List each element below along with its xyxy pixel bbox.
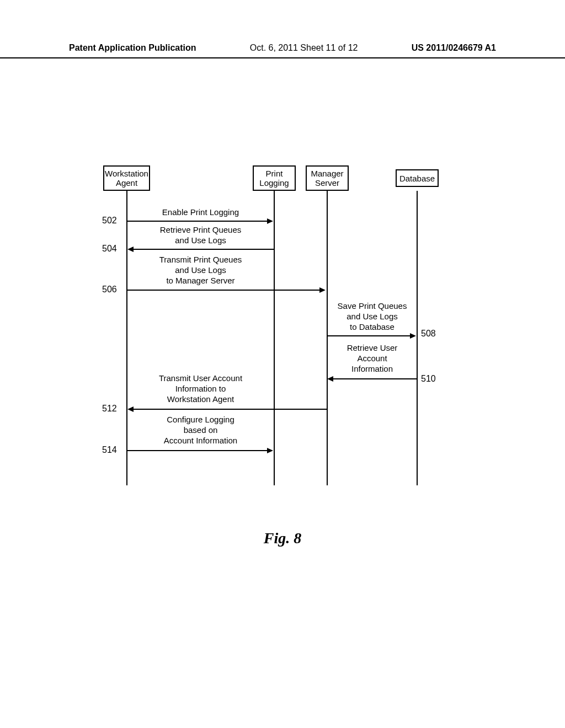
sequence-diagram: WorkstationAgent PrintLogging ManagerSer… [102, 165, 461, 485]
lifeline-label: ManagerServer [311, 169, 343, 188]
header-right: US 2011/0246679 A1 [412, 43, 496, 55]
lifeline-line [417, 191, 418, 485]
lifeline-manager-server: ManagerServer [306, 165, 349, 191]
lifeline-line [274, 191, 275, 485]
arrow-510 [333, 378, 417, 379]
lifeline-workstation-agent: WorkstationAgent [103, 165, 150, 191]
msg-512: Transmit User AccountInformation toWorks… [127, 373, 274, 404]
header-left: Patent Application Publication [69, 43, 196, 55]
arrow-head-icon [267, 448, 273, 453]
arrow-508 [327, 335, 411, 336]
step-502: 502 [102, 216, 117, 226]
msg-514: Configure Loggingbased onAccount Informa… [127, 415, 274, 446]
step-514: 514 [102, 445, 117, 455]
arrow-head-icon [319, 287, 326, 293]
msg-504: Retrieve Print Queuesand Use Logs [127, 225, 274, 246]
header-center: Oct. 6, 2011 Sheet 11 of 12 [250, 43, 358, 55]
figure-caption: Fig. 8 [0, 529, 565, 547]
arrow-head-icon [127, 247, 134, 252]
step-506: 506 [102, 285, 117, 295]
arrow-514 [127, 450, 268, 451]
page-header: Patent Application Publication Oct. 6, 2… [0, 43, 565, 58]
arrow-502 [127, 221, 268, 222]
msg-502: Enable Print Logging [127, 207, 274, 218]
step-508: 508 [421, 329, 436, 339]
msg-510: Retrieve UserAccountInformation [327, 343, 417, 374]
arrow-head-icon [327, 376, 333, 382]
arrow-506 [127, 290, 321, 291]
lifeline-line [327, 191, 328, 485]
lifeline-database: Database [396, 169, 439, 187]
lifeline-print-logging: PrintLogging [253, 165, 296, 191]
lifeline-label: WorkstationAgent [105, 169, 148, 188]
step-510: 510 [421, 374, 436, 384]
msg-506: Transmit Print Queuesand Use Logsto Mana… [127, 255, 274, 286]
lifeline-label: Database [399, 174, 435, 183]
step-512: 512 [102, 404, 117, 414]
arrow-head-icon [127, 406, 134, 412]
msg-508: Save Print Queuesand Use Logsto Database [327, 301, 417, 332]
arrow-504 [134, 249, 274, 250]
lifeline-label: PrintLogging [259, 169, 289, 188]
arrow-head-icon [267, 218, 273, 224]
arrow-head-icon [410, 333, 416, 339]
step-504: 504 [102, 244, 117, 254]
arrow-512 [134, 409, 327, 410]
